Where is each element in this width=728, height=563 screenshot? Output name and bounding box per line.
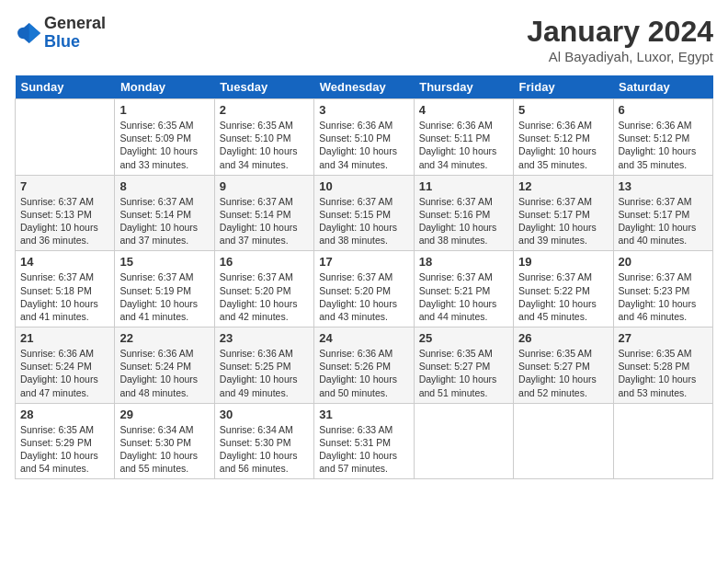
logo-general: General [44, 15, 106, 33]
day-info: Sunrise: 6:37 AM Sunset: 5:14 PM Dayligh… [119, 195, 209, 247]
calendar-cell: 6Sunrise: 6:36 AM Sunset: 5:12 PM Daylig… [613, 99, 712, 176]
calendar-cell: 27Sunrise: 6:35 AM Sunset: 5:28 PM Dayli… [613, 327, 712, 404]
day-of-week-friday: Friday [514, 75, 613, 99]
day-info: Sunrise: 6:36 AM Sunset: 5:11 PM Dayligh… [419, 119, 508, 171]
page-header: General Blue January 2024 Al Bayadiyah, … [15, 15, 713, 64]
calendar-cell: 11Sunrise: 6:37 AM Sunset: 5:16 PM Dayli… [414, 175, 513, 251]
calendar-cell: 29Sunrise: 6:34 AM Sunset: 5:30 PM Dayli… [115, 403, 214, 479]
day-info: Sunrise: 6:37 AM Sunset: 5:18 PM Dayligh… [20, 270, 109, 323]
day-number: 22 [119, 331, 209, 345]
calendar-cell: 24Sunrise: 6:36 AM Sunset: 5:26 PM Dayli… [314, 327, 414, 404]
calendar-cell: 14Sunrise: 6:37 AM Sunset: 5:18 PM Dayli… [16, 251, 115, 327]
day-info: Sunrise: 6:37 AM Sunset: 5:17 PM Dayligh… [518, 195, 608, 247]
day-info: Sunrise: 6:37 AM Sunset: 5:20 PM Dayligh… [220, 270, 309, 323]
day-number: 26 [518, 331, 608, 345]
day-info: Sunrise: 6:35 AM Sunset: 5:29 PM Dayligh… [20, 423, 109, 476]
day-of-week-thursday: Thursday [414, 75, 513, 99]
calendar-cell: 1Sunrise: 6:35 AM Sunset: 5:09 PM Daylig… [115, 99, 214, 176]
calendar-week-2: 7Sunrise: 6:37 AM Sunset: 5:13 PM Daylig… [16, 175, 713, 251]
day-of-week-saturday: Saturday [613, 75, 712, 99]
calendar-cell: 17Sunrise: 6:37 AM Sunset: 5:20 PM Dayli… [314, 251, 414, 327]
calendar-cell [514, 403, 613, 479]
day-info: Sunrise: 6:36 AM Sunset: 5:10 PM Dayligh… [319, 119, 408, 171]
calendar-cell: 20Sunrise: 6:37 AM Sunset: 5:23 PM Dayli… [613, 251, 712, 327]
day-number: 11 [419, 179, 508, 193]
day-number: 13 [619, 179, 708, 193]
day-number: 4 [419, 103, 508, 117]
day-info: Sunrise: 6:37 AM Sunset: 5:20 PM Dayligh… [319, 270, 408, 323]
day-info: Sunrise: 6:36 AM Sunset: 5:26 PM Dayligh… [319, 347, 408, 399]
logo-text: General Blue [44, 15, 106, 52]
day-number: 15 [119, 255, 209, 269]
day-number: 14 [20, 255, 109, 269]
calendar-cell: 22Sunrise: 6:36 AM Sunset: 5:24 PM Dayli… [115, 327, 214, 404]
calendar-cell: 15Sunrise: 6:37 AM Sunset: 5:19 PM Dayli… [115, 251, 214, 327]
calendar-cell: 8Sunrise: 6:37 AM Sunset: 5:14 PM Daylig… [115, 175, 214, 251]
calendar-week-1: 1Sunrise: 6:35 AM Sunset: 5:09 PM Daylig… [16, 99, 713, 176]
day-info: Sunrise: 6:37 AM Sunset: 5:14 PM Dayligh… [220, 195, 309, 247]
day-info: Sunrise: 6:35 AM Sunset: 5:27 PM Dayligh… [419, 347, 508, 399]
calendar-cell: 28Sunrise: 6:35 AM Sunset: 5:29 PM Dayli… [16, 403, 115, 479]
day-info: Sunrise: 6:36 AM Sunset: 5:24 PM Dayligh… [119, 347, 209, 399]
title-block: January 2024 Al Bayadiyah, Luxor, Egypt [527, 15, 713, 64]
day-number: 25 [419, 331, 508, 345]
day-number: 6 [619, 103, 708, 117]
calendar-week-5: 28Sunrise: 6:35 AM Sunset: 5:29 PM Dayli… [16, 403, 713, 479]
calendar-cell: 10Sunrise: 6:37 AM Sunset: 5:15 PM Dayli… [314, 175, 414, 251]
calendar-cell: 18Sunrise: 6:37 AM Sunset: 5:21 PM Dayli… [414, 251, 513, 327]
day-of-week-tuesday: Tuesday [214, 75, 313, 99]
day-number: 10 [319, 179, 408, 193]
header-row: SundayMondayTuesdayWednesdayThursdayFrid… [16, 75, 713, 99]
day-number: 9 [220, 179, 309, 193]
calendar-cell: 7Sunrise: 6:37 AM Sunset: 5:13 PM Daylig… [16, 175, 115, 251]
day-number: 7 [20, 179, 109, 193]
day-number: 12 [518, 179, 608, 193]
logo-icon [15, 20, 40, 46]
day-info: Sunrise: 6:37 AM Sunset: 5:19 PM Dayligh… [119, 270, 209, 323]
day-info: Sunrise: 6:35 AM Sunset: 5:09 PM Dayligh… [119, 119, 209, 171]
day-info: Sunrise: 6:37 AM Sunset: 5:23 PM Dayligh… [619, 270, 708, 323]
calendar-week-4: 21Sunrise: 6:36 AM Sunset: 5:24 PM Dayli… [16, 327, 713, 404]
day-info: Sunrise: 6:37 AM Sunset: 5:13 PM Dayligh… [20, 195, 109, 247]
month-year-title: January 2024 [527, 15, 713, 49]
day-info: Sunrise: 6:36 AM Sunset: 5:12 PM Dayligh… [619, 119, 708, 171]
calendar-cell: 30Sunrise: 6:34 AM Sunset: 5:30 PM Dayli… [214, 403, 313, 479]
day-info: Sunrise: 6:35 AM Sunset: 5:27 PM Dayligh… [518, 347, 608, 399]
day-number: 27 [619, 331, 708, 345]
day-info: Sunrise: 6:34 AM Sunset: 5:30 PM Dayligh… [119, 423, 209, 476]
calendar-table: SundayMondayTuesdayWednesdayThursdayFrid… [15, 75, 713, 479]
day-number: 2 [220, 103, 309, 117]
day-info: Sunrise: 6:36 AM Sunset: 5:24 PM Dayligh… [20, 347, 109, 399]
day-info: Sunrise: 6:35 AM Sunset: 5:10 PM Dayligh… [220, 119, 309, 171]
day-number: 3 [319, 103, 408, 117]
day-info: Sunrise: 6:37 AM Sunset: 5:17 PM Dayligh… [619, 195, 708, 247]
day-info: Sunrise: 6:37 AM Sunset: 5:16 PM Dayligh… [419, 195, 508, 247]
day-info: Sunrise: 6:34 AM Sunset: 5:30 PM Dayligh… [220, 423, 309, 476]
day-number: 24 [319, 331, 408, 345]
calendar-cell: 19Sunrise: 6:37 AM Sunset: 5:22 PM Dayli… [514, 251, 613, 327]
calendar-body: 1Sunrise: 6:35 AM Sunset: 5:09 PM Daylig… [16, 99, 713, 479]
day-info: Sunrise: 6:37 AM Sunset: 5:15 PM Dayligh… [319, 195, 408, 247]
day-number: 5 [518, 103, 608, 117]
day-number: 20 [619, 255, 708, 269]
calendar-cell: 16Sunrise: 6:37 AM Sunset: 5:20 PM Dayli… [214, 251, 313, 327]
day-number: 23 [220, 331, 309, 345]
calendar-cell [414, 403, 513, 479]
logo-blue: Blue [44, 33, 106, 52]
day-number: 18 [419, 255, 508, 269]
calendar-header: SundayMondayTuesdayWednesdayThursdayFrid… [16, 75, 713, 99]
day-of-week-wednesday: Wednesday [314, 75, 414, 99]
day-of-week-sunday: Sunday [16, 75, 115, 99]
calendar-week-3: 14Sunrise: 6:37 AM Sunset: 5:18 PM Dayli… [16, 251, 713, 327]
svg-marker-1 [29, 23, 40, 43]
calendar-cell: 2Sunrise: 6:35 AM Sunset: 5:10 PM Daylig… [214, 99, 313, 176]
day-of-week-monday: Monday [115, 75, 214, 99]
day-info: Sunrise: 6:36 AM Sunset: 5:12 PM Dayligh… [518, 119, 608, 171]
day-number: 8 [119, 179, 209, 193]
calendar-cell: 5Sunrise: 6:36 AM Sunset: 5:12 PM Daylig… [514, 99, 613, 176]
day-number: 21 [20, 331, 109, 345]
calendar-cell: 23Sunrise: 6:36 AM Sunset: 5:25 PM Dayli… [214, 327, 313, 404]
day-number: 28 [20, 408, 109, 421]
day-info: Sunrise: 6:36 AM Sunset: 5:25 PM Dayligh… [220, 347, 309, 399]
calendar-cell: 31Sunrise: 6:33 AM Sunset: 5:31 PM Dayli… [314, 403, 414, 479]
